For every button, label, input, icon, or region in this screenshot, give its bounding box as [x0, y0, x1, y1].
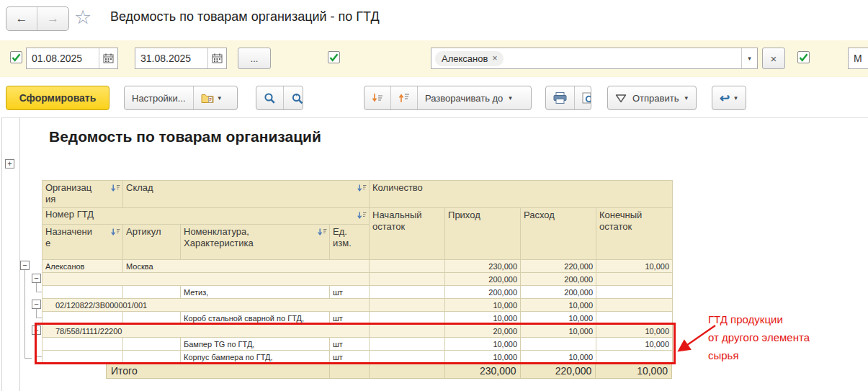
total-expense-cell[interactable]: 220,000: [520, 364, 596, 378]
cell-closing[interactable]: [596, 286, 673, 299]
settings-label: Настройки...: [132, 93, 186, 104]
sort-icon[interactable]: [357, 211, 367, 223]
header-quantity: Количество: [370, 181, 673, 208]
row-group-collapse-button-level1[interactable]: −: [20, 261, 30, 270]
folder-report-icon: [201, 93, 214, 103]
warehouse-value: М: [849, 53, 868, 64]
period-checkbox[interactable]: [10, 51, 22, 63]
header-organization[interactable]: Организация: [42, 181, 123, 208]
organization-clear-button[interactable]: ×: [762, 48, 785, 69]
header-opening-label: Начальный остаток: [372, 210, 421, 232]
period-more-button[interactable]: ...: [238, 48, 271, 69]
total-opening-cell[interactable]: [369, 364, 444, 378]
send-icon: [615, 94, 627, 103]
generate-button[interactable]: Сформировать: [6, 86, 109, 110]
header-nomenclature[interactable]: Номенклатура, Характеристика: [181, 225, 330, 260]
cell-gtd-number[interactable]: 02/120822/ЗВ000001/001: [42, 299, 370, 312]
undo-button[interactable]: ↩ ▾: [712, 86, 745, 109]
sort-icon[interactable]: [111, 184, 120, 195]
date-to-field[interactable]: 31.08.2025: [135, 48, 227, 69]
sort-icon[interactable]: [111, 228, 120, 239]
date-from-calendar-button[interactable]: [99, 48, 117, 68]
cell-nomenclature[interactable]: Метиз,: [181, 286, 330, 299]
expand-to-button[interactable]: Разворачивать до ▾: [417, 86, 519, 109]
forward-button[interactable]: →: [37, 7, 68, 30]
row-group-collapse-button-level2[interactable]: −: [32, 300, 41, 309]
cell-opening[interactable]: [370, 299, 445, 312]
organization-dropdown-button[interactable]: ▾: [741, 48, 757, 68]
print-button[interactable]: [546, 86, 574, 109]
cell-closing[interactable]: [596, 299, 673, 312]
calendar-icon: [103, 53, 114, 63]
filter-panel: 01.08.2025 – 31.08.2025 ... Организация:…: [0, 40, 868, 77]
expand-all-button[interactable]: [364, 86, 390, 109]
cell-organization[interactable]: Алексанов: [42, 260, 123, 273]
search-button[interactable]: [256, 86, 283, 109]
cell-opening[interactable]: [370, 260, 445, 273]
cell-income[interactable]: 200,000: [445, 286, 521, 299]
header-income: Приход: [445, 208, 521, 260]
cell-expense[interactable]: 200,000: [521, 286, 596, 299]
search-next-button[interactable]: [283, 86, 303, 109]
annotation-text: ГТД продукции от другого элемента сырья: [708, 310, 810, 364]
favorite-star-icon[interactable]: ☆: [74, 6, 91, 29]
total-label-cell[interactable]: Итого: [107, 364, 329, 378]
organization-field[interactable]: Алексанов × ▾: [431, 48, 758, 69]
grouping-button-group: Разворачивать до ▾: [364, 86, 532, 110]
date-to-calendar-button[interactable]: [207, 48, 226, 68]
date-to-value: 31.08.2025: [135, 53, 207, 64]
header-store[interactable]: Склад: [123, 181, 370, 208]
warehouse-field[interactable]: М: [848, 48, 868, 69]
header-gtd-label: Номер ГТД: [45, 209, 94, 220]
cell-opening[interactable]: [370, 286, 445, 299]
organization-checkbox[interactable]: [328, 51, 340, 63]
back-button[interactable]: ←: [6, 7, 37, 30]
search-button-group: [256, 86, 303, 110]
send-label: Отправить: [632, 93, 679, 104]
settings-button[interactable]: Настройки...: [125, 86, 193, 109]
cell-unit[interactable]: шт: [330, 286, 370, 299]
cell-closing[interactable]: 10,000: [596, 260, 673, 273]
table-row: Алексанов Москва 230,000 220,000 10,000: [42, 260, 673, 273]
total-income-cell[interactable]: 230,000: [444, 364, 520, 378]
total-closing-cell[interactable]: 10,000: [595, 364, 671, 378]
cell-expense[interactable]: 10,000: [521, 299, 596, 312]
sort-icon[interactable]: [318, 228, 327, 239]
cell-expense[interactable]: 200,000: [521, 273, 596, 286]
header-gtd-number[interactable]: Номер ГТД: [42, 208, 370, 225]
organization-tag[interactable]: Алексанов ×: [435, 51, 504, 66]
column-group-expand-button[interactable]: +: [5, 159, 14, 168]
cell-opening[interactable]: [370, 273, 445, 286]
group-connector-line: [36, 292, 42, 292]
collapse-all-button[interactable]: [390, 86, 417, 109]
print-preview-icon: [582, 92, 591, 104]
cell-income[interactable]: 230,000: [445, 260, 521, 273]
report-variants-button[interactable]: ▾: [193, 86, 229, 109]
cell-income[interactable]: 10,000: [445, 299, 521, 312]
group-connector-line: [24, 270, 25, 358]
warehouse-checkbox[interactable]: [797, 51, 810, 63]
cell-store[interactable]: Москва: [123, 260, 370, 273]
search-icon: [264, 92, 276, 104]
total-unit-cell[interactable]: [329, 364, 369, 378]
send-button-group: Отправить ▾: [607, 86, 697, 110]
group-connector-line: [36, 309, 37, 318]
expand-groups-icon: [372, 93, 383, 103]
header-purpose[interactable]: Назначение: [42, 225, 123, 260]
cell-income[interactable]: 200,000: [445, 273, 521, 286]
checkmark-icon: [329, 53, 339, 62]
tag-remove-icon[interactable]: ×: [492, 53, 497, 63]
header-organization-label: Организация: [45, 182, 96, 205]
sort-icon[interactable]: [357, 184, 367, 195]
cell-article[interactable]: [123, 286, 181, 299]
date-from-field[interactable]: 01.08.2025: [26, 48, 118, 69]
back-arrow-icon: ←: [16, 12, 28, 26]
chevron-down-icon: ▾: [734, 94, 738, 102]
cell-expense[interactable]: 220,000: [521, 260, 596, 273]
cell-gtd-number[interactable]: [42, 273, 370, 286]
print-preview-button[interactable]: [574, 86, 591, 109]
cell-closing[interactable]: [596, 273, 673, 286]
cell-purpose[interactable]: [42, 286, 123, 299]
send-button[interactable]: Отправить ▾: [608, 86, 695, 109]
row-group-collapse-button-level2[interactable]: −: [32, 274, 41, 283]
